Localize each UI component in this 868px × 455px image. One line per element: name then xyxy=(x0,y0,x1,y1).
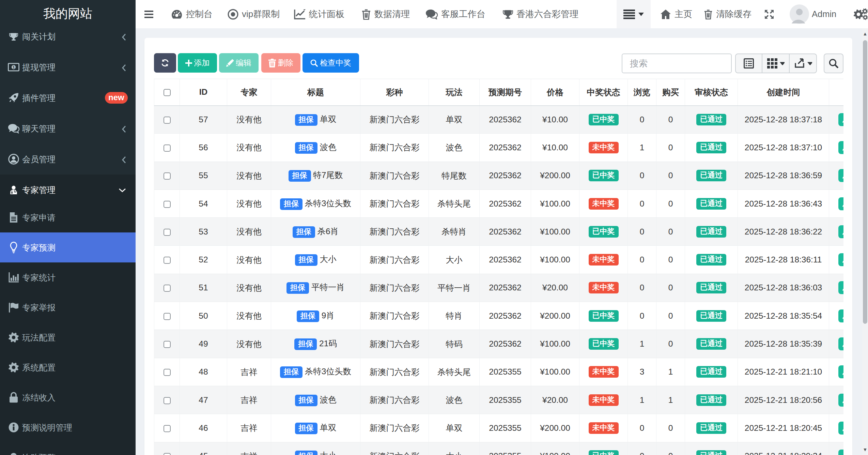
svg-text:1: 1 xyxy=(13,65,15,69)
